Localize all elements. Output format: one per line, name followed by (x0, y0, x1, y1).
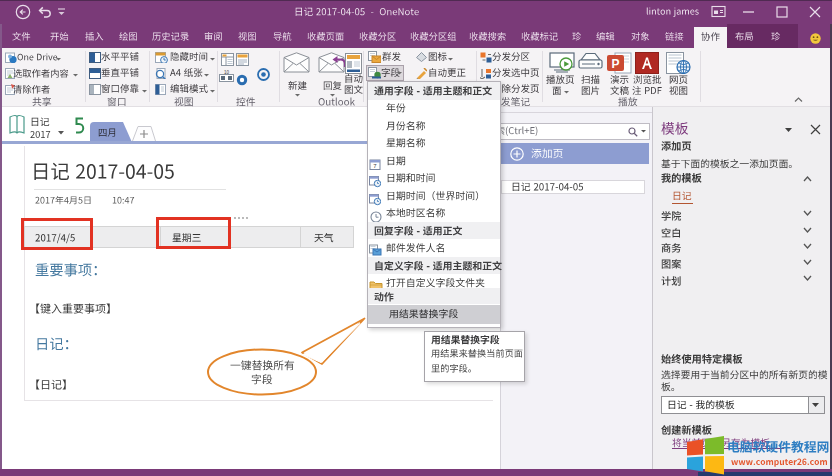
svg-text:P: P (611, 57, 619, 71)
svg-text:10: 10 (224, 70, 230, 75)
